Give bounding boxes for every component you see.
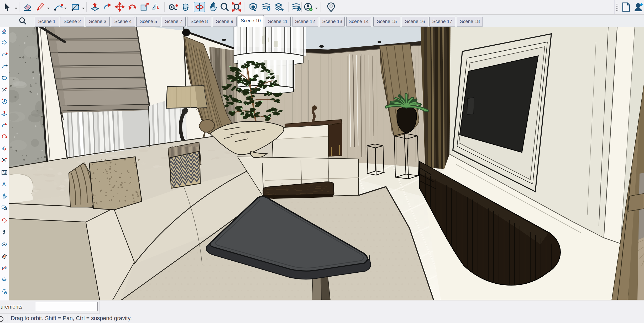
svg-text:A: A (2, 181, 6, 187)
svg-text:A1: A1 (3, 171, 6, 174)
